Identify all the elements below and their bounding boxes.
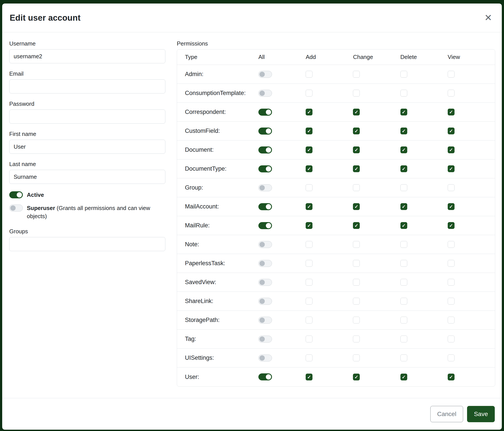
permission-view-checkbox[interactable]: ✓ [448,203,455,210]
permission-add-checkbox[interactable] [306,317,313,323]
permission-delete-checkbox[interactable] [400,184,407,191]
permission-delete-checkbox[interactable] [400,298,407,305]
username-input[interactable] [9,49,165,63]
permission-view-checkbox[interactable]: ✓ [448,222,455,229]
permission-all-toggle[interactable] [258,260,272,267]
permission-change-checkbox[interactable] [353,298,360,305]
permission-view-checkbox[interactable] [448,241,455,248]
permission-all-toggle[interactable] [258,298,272,305]
permission-delete-checkbox[interactable] [400,241,407,248]
permission-all-toggle[interactable] [258,184,272,191]
permission-add-checkbox[interactable]: ✓ [306,146,313,153]
permission-add-checkbox[interactable]: ✓ [306,374,313,380]
permission-all-toggle[interactable] [258,222,272,229]
permission-delete-checkbox[interactable]: ✓ [400,165,407,172]
permission-change-checkbox[interactable] [353,184,360,191]
permission-change-checkbox[interactable] [353,336,360,342]
permission-view-checkbox[interactable] [448,184,455,191]
password-input[interactable] [9,109,165,124]
last-name-input[interactable] [9,170,165,184]
permission-all-toggle[interactable] [258,71,272,78]
permission-all-toggle[interactable] [258,90,272,97]
permission-view-checkbox[interactable] [448,354,455,361]
permission-view-checkbox[interactable] [448,336,455,342]
permission-view-checkbox[interactable] [448,298,455,305]
permission-all-toggle[interactable] [258,354,272,361]
permission-add-checkbox[interactable]: ✓ [306,127,313,134]
permission-add-checkbox[interactable]: ✓ [306,203,313,210]
permission-change-checkbox[interactable] [353,354,360,361]
permission-delete-checkbox[interactable]: ✓ [400,127,407,134]
permission-all-toggle[interactable] [258,373,272,380]
user-form: Username Email Password First name Last … [9,40,165,391]
save-button[interactable]: Save [467,406,495,422]
permission-view-checkbox[interactable]: ✓ [448,165,455,172]
permission-delete-checkbox[interactable]: ✓ [400,203,407,210]
permission-delete-checkbox[interactable] [400,279,407,286]
permission-all-toggle[interactable] [258,336,272,343]
permission-add-checkbox[interactable] [306,336,313,342]
permission-delete-checkbox[interactable] [400,260,407,267]
permission-add-checkbox[interactable]: ✓ [306,222,313,229]
permission-change-checkbox[interactable]: ✓ [353,222,360,229]
permission-change-checkbox[interactable] [353,317,360,323]
permission-change-checkbox[interactable]: ✓ [353,374,360,380]
permission-type-label: CustomField: [177,127,258,134]
permission-add-checkbox[interactable] [306,260,313,267]
groups-select[interactable] [9,237,165,251]
first-name-input[interactable] [9,140,165,154]
permission-delete-checkbox[interactable] [400,90,407,97]
permission-delete-checkbox[interactable]: ✓ [400,146,407,153]
permission-add-checkbox[interactable] [306,298,313,305]
close-icon[interactable]: ✕ [482,12,494,24]
permission-add-checkbox[interactable]: ✓ [306,109,313,116]
permission-view-checkbox[interactable] [448,317,455,323]
permission-delete-checkbox[interactable]: ✓ [400,222,407,229]
permission-delete-checkbox[interactable] [400,354,407,361]
permission-add-checkbox[interactable] [306,354,313,361]
permission-all-toggle[interactable] [258,109,272,116]
permission-change-checkbox[interactable]: ✓ [353,203,360,210]
permission-view-checkbox[interactable] [448,90,455,97]
permission-add-checkbox[interactable] [306,184,313,191]
permission-change-checkbox[interactable] [353,71,360,78]
permission-change-checkbox[interactable]: ✓ [353,109,360,116]
permission-change-checkbox[interactable]: ✓ [353,146,360,153]
permission-add-checkbox[interactable] [306,71,313,78]
permission-add-checkbox[interactable] [306,241,313,248]
permission-view-checkbox[interactable]: ✓ [448,127,455,134]
permission-view-checkbox[interactable]: ✓ [448,146,455,153]
permission-view-checkbox[interactable] [448,279,455,286]
permission-delete-checkbox[interactable] [400,71,407,78]
permission-all-toggle[interactable] [258,317,272,324]
permission-all-toggle[interactable] [258,127,272,135]
superuser-toggle[interactable] [9,205,23,212]
permission-all-toggle[interactable] [258,165,272,172]
permission-change-checkbox[interactable]: ✓ [353,165,360,172]
permission-change-checkbox[interactable] [353,90,360,97]
permission-all-toggle[interactable] [258,203,272,210]
permission-delete-checkbox[interactable]: ✓ [400,374,407,380]
permission-view-checkbox[interactable] [448,71,455,78]
permission-add-checkbox[interactable]: ✓ [306,165,313,172]
permission-add-checkbox[interactable] [306,279,313,286]
permission-change-checkbox[interactable]: ✓ [353,127,360,134]
permission-view-checkbox[interactable]: ✓ [448,374,455,380]
permission-all-toggle[interactable] [258,241,272,248]
permission-delete-checkbox[interactable] [400,317,407,323]
active-toggle[interactable] [9,191,23,198]
permission-all-toggle[interactable] [258,146,272,153]
permission-view-checkbox[interactable] [448,260,455,267]
modal-header: Edit user account ✕ [2,3,502,32]
permission-view-checkbox[interactable]: ✓ [448,109,455,116]
permission-change-checkbox[interactable] [353,241,360,248]
column-header-change: Change [353,54,400,61]
permission-all-toggle[interactable] [258,279,272,286]
permission-delete-checkbox[interactable]: ✓ [400,109,407,116]
permission-add-checkbox[interactable] [306,90,313,97]
permission-delete-checkbox[interactable] [400,336,407,342]
email-input[interactable] [9,79,165,93]
cancel-button[interactable]: Cancel [430,406,463,422]
permission-change-checkbox[interactable] [353,260,360,267]
permission-change-checkbox[interactable] [353,279,360,286]
